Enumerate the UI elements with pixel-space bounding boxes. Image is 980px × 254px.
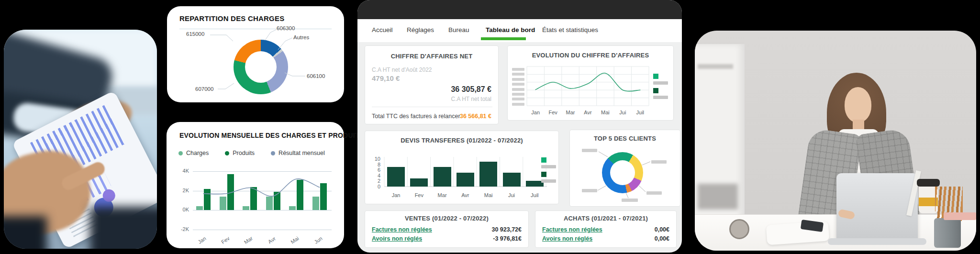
- donut-hole: [245, 51, 277, 83]
- pink-notepad: [944, 212, 976, 220]
- active-tab-underline: [481, 37, 526, 40]
- redacted-legend-label-1: [541, 165, 556, 168]
- redacted-y-axis-labels: [512, 68, 524, 110]
- woman-face: [845, 87, 871, 122]
- promo-banner: REPARTITION DES CHARGES 615000 606300 Au…: [0, 0, 980, 254]
- redacted-legend-label-2: [653, 96, 668, 99]
- redacted-legend-label-2: [541, 179, 556, 183]
- tab-bureau[interactable]: Bureau: [448, 26, 469, 33]
- panel-evo-title: EVOLUTION DU CHIFFRE D'AFFAIRES: [508, 52, 673, 59]
- charges-legend-dot: [178, 151, 183, 155]
- devis-month-axis: JanFevMarAvrMaiJuiJuil: [384, 192, 547, 200]
- coffee-lid: [917, 179, 940, 187]
- donut-label-615000: 615000: [186, 31, 204, 37]
- tab-etats-statistiques[interactable]: États et statistiques: [542, 26, 598, 33]
- redacted-client-label-1: [582, 149, 597, 152]
- devis-bar-chart: 1086420: [384, 156, 547, 189]
- combo-legend: Charges Produits Résultat mensuel: [178, 150, 325, 156]
- panel-ventes: VENTES (01/2022 - 07/2022) Factures non …: [365, 210, 529, 248]
- panel-ventes-title: VENTES (01/2022 - 07/2022): [365, 215, 528, 222]
- right-photo-woman-laptop: [695, 31, 976, 251]
- laptop-base: [828, 238, 926, 245]
- donut-label-607000: 607000: [195, 86, 213, 92]
- table-reflection-blur: [90, 207, 157, 249]
- redacted-client-label-3: [646, 191, 662, 195]
- redacted-client-label-5: [582, 189, 597, 192]
- charges-donut-chart: [234, 40, 288, 94]
- legend-swatch-1: [653, 74, 658, 79]
- achats-factures-value: 0,00€: [655, 226, 669, 233]
- achats-avoirs-link[interactable]: Avoirs non réglés: [542, 235, 592, 242]
- donut-label-autres: Autres: [293, 34, 309, 40]
- ca-divider: [372, 107, 492, 107]
- donut-hole: [610, 160, 635, 185]
- alarm-clock: [729, 219, 749, 239]
- redacted-client-label-4: [622, 199, 638, 202]
- legend-swatch-2: [653, 88, 658, 93]
- card-evolution-title: EVOLUTION MENSUELLE DES CHARGES ET PRODU…: [179, 132, 364, 139]
- produits-legend-label: Produits: [233, 150, 255, 156]
- panel-top5-title: TOP 5 DES CLIENTS: [570, 135, 680, 142]
- dark-corner-blur: [4, 216, 47, 249]
- achats-avoirs-value: 0,00€: [655, 235, 669, 242]
- card-repartition-des-charges: REPARTITION DES CHARGES 615000 606300 Au…: [167, 6, 344, 102]
- window-titlebar: [357, 0, 682, 19]
- ca-total-label: C.A HT net total: [451, 96, 492, 102]
- laptop-screen: [836, 173, 918, 240]
- legend-swatch-2: [541, 172, 546, 177]
- pencil-pot: [934, 218, 961, 248]
- panel-evolution-ca: EVOLUTION DU CHIFFRE D'AFFAIRES JanFevMa…: [507, 45, 674, 121]
- ca-period-value: 479,10 €: [372, 74, 400, 82]
- ca-period-label: C.A HT net d'Août 2022: [372, 66, 432, 73]
- ca-month-axis: JanFevMarAvrMaiJuiJuil: [527, 110, 649, 117]
- panel-devis-transferes: DEVIS TRANSFERES (01/2022 - 07/2022) 108…: [365, 131, 559, 204]
- panel-devis-title: DEVIS TRANSFERES (01/2022 - 07/2022): [365, 137, 558, 144]
- title-divider: [179, 29, 332, 29]
- panel-achats-title: ACHATS (01/2021 - 07/2021): [535, 215, 676, 222]
- panel-achats: ACHATS (01/2021 - 07/2021) Factures non …: [535, 210, 677, 248]
- tab-bar: Accueil Réglages Bureau Tableau de bord …: [357, 19, 682, 42]
- card-repartition-title: REPARTITION DES CHARGES: [179, 14, 284, 22]
- ca-line-chart: [527, 66, 649, 106]
- resultat-legend-label: Résultat mensuel: [278, 150, 325, 156]
- ventes-factures-link[interactable]: Factures non réglées: [372, 226, 432, 233]
- ventes-avoirs-value: -3 976,81€: [493, 235, 522, 242]
- legend-swatch-1: [541, 157, 546, 163]
- ca-relance-value: 36 566,81 €: [460, 113, 491, 120]
- tab-accueil[interactable]: Accueil: [372, 26, 393, 33]
- redacted-legend-label-1: [653, 81, 668, 85]
- charges-legend-label: Charges: [186, 150, 209, 156]
- shelf-slot: [698, 64, 733, 69]
- ca-total-value: 36 305,87 €: [451, 85, 491, 94]
- achats-factures-link[interactable]: Factures non réglées: [542, 226, 602, 233]
- app-dashboard-window: Accueil Réglages Bureau Tableau de bord …: [357, 0, 682, 253]
- resultat-legend-dot: [271, 151, 275, 155]
- redacted-client-label-2: [651, 160, 667, 164]
- shelf-books-blur: [698, 184, 738, 210]
- card-evolution-mensuelle: EVOLUTION MENSUELLE DES CHARGES ET PRODU…: [167, 122, 344, 248]
- charges-produits-chart: 4K2K0K-2KJanFevMarAvrMaiJun: [193, 171, 332, 230]
- ventes-avoirs-link[interactable]: Avoirs non réglés: [372, 235, 422, 242]
- ventes-factures-value: 30 923,72€: [491, 226, 522, 233]
- panel-ca-title: CHIFFRE D'AFFAIRES NET: [365, 53, 498, 60]
- left-photo-tablet-hands: [4, 30, 157, 249]
- tab-reglages[interactable]: Réglages: [407, 26, 434, 33]
- panel-chiffre-affaires: CHIFFRE D'AFFAIRES NET C.A HT net d'Août…: [365, 45, 499, 124]
- top5-donut-chart: [602, 152, 643, 193]
- produits-legend-dot: [225, 151, 229, 155]
- donut-label-606100: 606100: [307, 73, 325, 79]
- donut-label-606300: 606300: [277, 25, 295, 31]
- tab-tableau-de-bord[interactable]: Tableau de bord: [486, 26, 535, 33]
- panel-top5-clients: TOP 5 DES CLIENTS: [569, 130, 680, 207]
- dashboard-content: CHIFFRE D'AFFAIRES NET C.A HT net d'Août…: [357, 42, 682, 253]
- ca-relance-label: Total TTC des factures à relancer: [372, 113, 460, 120]
